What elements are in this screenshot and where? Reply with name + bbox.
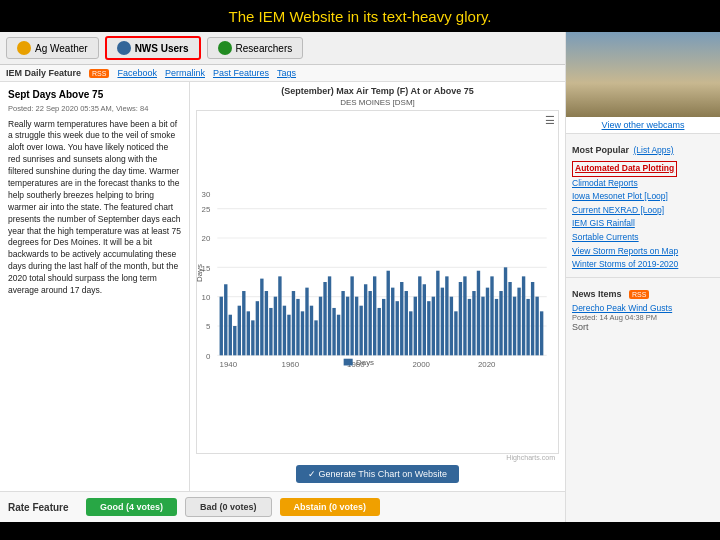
svg-rect-84 — [513, 297, 516, 356]
svg-rect-25 — [247, 311, 250, 355]
svg-rect-63 — [418, 276, 421, 355]
chart-svg: 0 5 10 15 20 25 30 Days — [197, 111, 558, 453]
svg-rect-22 — [233, 326, 236, 355]
sort-text[interactable]: Sort — [572, 322, 714, 332]
popular-item-6[interactable]: View Storm Reports on Map — [572, 245, 714, 259]
generate-chart-button[interactable]: ✓ Generate This Chart on Website — [296, 465, 459, 483]
svg-text:1940: 1940 — [220, 360, 238, 369]
svg-rect-70 — [450, 297, 453, 356]
chart-wrapper: ☰ 0 5 10 15 20 25 30 Days — [196, 110, 559, 454]
chart-title: (September) Max Air Temp (F) At or Above… — [196, 86, 559, 96]
body-split: Sept Days Above 75 Posted: 22 Sep 2020 0… — [0, 82, 565, 491]
nav-tab-nws[interactable]: NWS Users — [105, 36, 201, 60]
chart-subtitle: DES MOINES [DSM] — [196, 98, 559, 107]
svg-rect-66 — [432, 297, 435, 356]
svg-rect-32 — [278, 276, 281, 355]
most-popular-section: Most Popular (List Apps) Automated Data … — [566, 133, 720, 277]
svg-rect-29 — [265, 291, 268, 355]
title-bar: The IEM Website in its text-heavy glory. — [0, 0, 720, 32]
news-title: News Items — [572, 289, 622, 299]
svg-text:Days: Days — [197, 264, 204, 282]
most-popular-title: Most Popular — [572, 145, 629, 155]
chart-menu-icon[interactable]: ☰ — [545, 114, 555, 127]
svg-rect-27 — [256, 301, 259, 355]
svg-rect-77 — [481, 297, 484, 356]
past-features-link[interactable]: Past Features — [213, 68, 269, 78]
highcharts-credit: Highcharts.com — [196, 454, 559, 461]
article-body: Really warm temperatures have been a bit… — [8, 119, 181, 297]
news-item-0-meta: Posted: 14 Aug 04:38 PM — [572, 313, 714, 322]
nav-tab-ag[interactable]: Ag Weather — [6, 37, 99, 59]
svg-rect-89 — [535, 297, 538, 356]
svg-text:5: 5 — [206, 322, 211, 331]
svg-rect-52 — [368, 291, 371, 355]
right-sidebar: View other webcams Most Popular (List Ap… — [565, 32, 720, 522]
svg-rect-75 — [472, 291, 475, 355]
popular-item-5[interactable]: Sortable Currents — [572, 231, 714, 245]
feature-bar: IEM Daily Feature RSS Facebook Permalink… — [0, 65, 565, 82]
article-area: Sept Days Above 75 Posted: 22 Sep 2020 0… — [0, 82, 190, 491]
main-container: Ag Weather NWS Users Researchers IEM Dai… — [0, 32, 720, 522]
permalink-link[interactable]: Permalink — [165, 68, 205, 78]
news-item-0[interactable]: Derecho Peak Wind Gusts — [572, 303, 714, 313]
svg-rect-39 — [310, 306, 313, 356]
chart-area: (September) Max Air Temp (F) At or Above… — [190, 82, 565, 491]
svg-rect-65 — [427, 301, 430, 355]
svg-rect-56 — [387, 271, 390, 356]
svg-rect-20 — [224, 284, 227, 355]
page-title: The IEM Website in its text-heavy glory. — [229, 8, 492, 25]
svg-rect-61 — [409, 311, 412, 355]
rate-good-button[interactable]: Good (4 votes) — [86, 498, 177, 516]
list-apps-link[interactable]: (List Apps) — [633, 145, 673, 155]
svg-rect-31 — [274, 297, 277, 356]
svg-text:20: 20 — [202, 234, 211, 243]
svg-rect-42 — [323, 282, 326, 355]
svg-rect-34 — [287, 315, 290, 356]
svg-text:0: 0 — [206, 352, 211, 361]
svg-text:Days: Days — [356, 358, 374, 367]
svg-rect-33 — [283, 306, 286, 356]
rate-abstain-button[interactable]: Abstain (0 votes) — [280, 498, 381, 516]
svg-rect-54 — [378, 308, 381, 355]
svg-rect-71 — [454, 311, 457, 355]
nav-tab-researchers[interactable]: Researchers — [207, 37, 304, 59]
svg-rect-83 — [508, 282, 511, 355]
svg-rect-37 — [301, 311, 304, 355]
svg-rect-81 — [499, 291, 502, 355]
svg-rect-26 — [251, 320, 254, 355]
view-webcams-link[interactable]: View other webcams — [566, 117, 720, 133]
svg-rect-40 — [314, 320, 317, 355]
facebook-link[interactable]: Facebook — [117, 68, 157, 78]
svg-rect-36 — [296, 299, 299, 355]
popular-item-3[interactable]: Current NEXRAD [Loop] — [572, 204, 714, 218]
rate-bad-button[interactable]: Bad (0 votes) — [185, 497, 272, 517]
svg-text:30: 30 — [202, 190, 211, 199]
popular-item-2[interactable]: Iowa Mesonet Plot [Loop] — [572, 190, 714, 204]
article-title: Sept Days Above 75 — [8, 88, 181, 102]
svg-rect-90 — [540, 311, 543, 355]
svg-rect-44 — [332, 308, 335, 355]
svg-rect-60 — [405, 291, 408, 355]
webcam-image — [566, 32, 720, 117]
svg-rect-19 — [220, 297, 223, 356]
popular-item-7[interactable]: Winter Storms of 2019-2020 — [572, 258, 714, 272]
svg-rect-78 — [486, 288, 489, 356]
svg-rect-21 — [229, 315, 232, 356]
news-rss-badge: RSS — [629, 290, 649, 299]
svg-rect-46 — [341, 291, 344, 355]
popular-item-0[interactable]: Automated Data Plotting — [572, 161, 677, 177]
svg-rect-76 — [477, 271, 480, 356]
nav-bar: Ag Weather NWS Users Researchers — [0, 32, 565, 65]
svg-rect-53 — [373, 276, 376, 355]
popular-item-1[interactable]: Climodat Reports — [572, 177, 714, 191]
svg-rect-80 — [495, 299, 498, 355]
researchers-icon — [218, 41, 232, 55]
ag-weather-icon — [17, 41, 31, 55]
svg-rect-35 — [292, 291, 295, 355]
svg-rect-50 — [359, 306, 362, 356]
svg-rect-88 — [531, 282, 534, 355]
svg-text:2000: 2000 — [412, 360, 430, 369]
svg-text:10: 10 — [202, 293, 211, 302]
popular-item-4[interactable]: IEM GIS Rainfall — [572, 217, 714, 231]
tags-link[interactable]: Tags — [277, 68, 296, 78]
